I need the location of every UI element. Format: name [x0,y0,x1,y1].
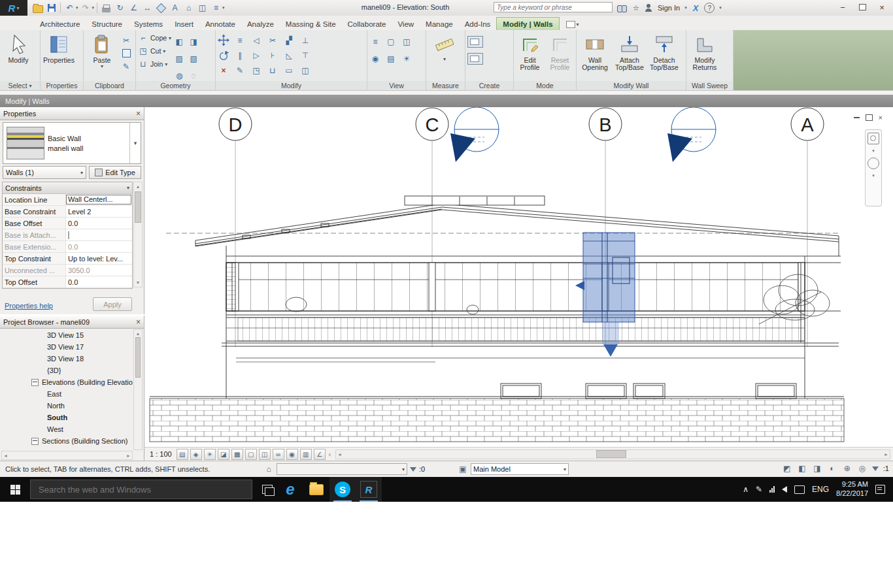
canvas-horizontal-scrollbar[interactable]: ◄ ► [335,449,890,459]
design-options-icon[interactable]: ▣ [458,464,468,474]
modify-button[interactable]: Modify [2,32,35,64]
sync-button[interactable]: ↻ [114,1,126,14]
tree-item-3d-default[interactable]: {3D} [1,365,133,376]
tray-chevron-icon[interactable]: ∧ [743,485,749,494]
element-filter-select[interactable]: Walls (1) ▾ [3,166,86,179]
pin-button[interactable]: ⊥ [299,35,311,46]
tab-systems[interactable]: Systems [128,18,169,30]
mirror-pick-axis-button[interactable]: ◁ [250,35,262,46]
brick-site-wall[interactable] [150,399,844,442]
wall-opening-button[interactable]: Wall Opening [579,32,611,72]
show-rendering-icon[interactable]: ▩ [231,449,243,460]
tab-architecture[interactable]: Architecture [34,18,86,30]
roof-clerestory[interactable] [405,196,545,205]
tab-modify-walls[interactable]: Modify | Walls [496,17,559,30]
cut-to-clipboard-icon[interactable]: ✂ [120,35,132,46]
viewbar-collapse-icon[interactable]: ‹ [329,451,331,458]
displace-elements-button[interactable]: ▤ [385,53,397,64]
design-option-select[interactable]: Main Model ▾ [471,463,569,475]
steering-wheel-icon[interactable] [868,133,879,144]
tree-item-south[interactable]: South [1,412,133,423]
section-button[interactable]: ◫ [196,1,209,14]
message-icon[interactable] [794,485,805,494]
thin-lines-button[interactable]: ≡ [210,1,222,14]
scrollbar-thumb[interactable] [135,337,141,378]
scale-button[interactable]: ◺ [283,50,295,61]
tab-manage[interactable]: Manage [420,18,459,30]
paint-button[interactable]: ◧ [173,36,185,47]
scroll-down-icon[interactable]: ▼ [134,278,142,287]
tree-item-3d-view-17[interactable]: 3D View 17 [1,341,133,353]
tree-item-3d-view-15[interactable]: 3D View 15 [1,329,133,341]
temporary-view-properties-icon[interactable]: ▥ [300,449,312,460]
tree-item-east[interactable]: East [1,388,133,400]
elevation-marker[interactable] [667,107,716,162]
visual-style-icon[interactable]: ◈ [190,449,202,460]
scroll-right-icon[interactable]: ► [884,452,888,457]
view-minimize-icon[interactable] [854,117,860,118]
properties-help-link[interactable]: Properties help [5,302,53,310]
type-selector[interactable]: Basic Wall maneli wall ▾ [3,122,141,164]
help-button[interactable]: ? [704,3,715,13]
favorites-star-icon[interactable]: ☆ [633,4,639,12]
properties-button[interactable]: Properties [42,32,75,64]
edit-profile-button[interactable]: Edit Profile [516,32,544,72]
signin-caret-icon[interactable]: ▾ [684,5,687,10]
restore-button[interactable] [852,0,872,14]
open-button[interactable] [31,1,44,14]
project-browser-close-icon[interactable]: × [136,318,141,327]
temporary-hide-isolate-icon[interactable]: ∞ [273,449,284,460]
join-elements-button[interactable]: ⊔ [267,65,278,76]
balcony-railing[interactable] [238,318,805,341]
exchange-apps-icon[interactable]: X [693,3,699,13]
tree-item-3d-view-18[interactable]: 3D View 18 [1,353,133,365]
selection-filter-icon[interactable] [872,466,879,471]
unpin-button[interactable]: ⊤ [299,50,311,61]
mirror-draw-axis-button[interactable]: ▷ [250,50,262,61]
property-row[interactable]: Top Offset 0.0 [3,276,132,288]
tab-collaborate[interactable]: Collaborate [342,18,392,30]
tree-group-elevations[interactable]: Elevations (Building Elevation [1,376,133,388]
create-parts-icon[interactable] [467,36,483,48]
grid-bubbles[interactable]: D C B A [219,108,824,140]
end-wall-louvers[interactable] [226,263,235,311]
default-3d-view-button[interactable]: ⌂ [182,1,195,14]
action-center-icon[interactable] [875,485,885,494]
scroll-up-icon[interactable]: ▲ [134,182,142,191]
demolish-button[interactable]: ◍ [173,70,185,81]
copy-to-clipboard-icon[interactable] [120,48,132,59]
property-row[interactable]: Location Line Wall Centerl... [3,194,132,206]
cut-profile-button[interactable]: ◳ [250,65,262,76]
linework-button[interactable]: ◉ [369,53,381,64]
tab-view[interactable]: View [392,18,420,30]
remove-paint-button[interactable]: ◨ [188,36,199,47]
align-button[interactable]: ≡ [234,35,246,46]
text-button[interactable]: A [169,1,181,14]
detach-top-base-button[interactable]: Detach Top/Base [648,32,681,72]
tree-item-west[interactable]: West [1,423,133,435]
select-links-icon[interactable]: ◩ [782,463,792,474]
shadows-icon[interactable]: ◪ [218,449,229,460]
edit-type-button[interactable]: Edit Type [89,166,141,179]
undo-button[interactable]: ↶ [63,1,76,14]
tab-massing-site[interactable]: Massing & Site [280,18,342,30]
scroll-left-icon[interactable]: ◄ [3,453,8,458]
properties-scrollbar[interactable]: ▲ ▼ [133,182,143,287]
help-caret-icon[interactable]: ▾ [719,5,722,10]
highlight-button[interactable]: ☀ [401,53,413,64]
measure-button[interactable]: ∠ [127,1,140,14]
offset-button[interactable]: ∥ [234,50,246,61]
ribbon-display-toggle[interactable]: ▾ [564,19,582,30]
hide-category-button[interactable]: ◫ [401,36,413,47]
qat-customize-caret-icon[interactable]: ▾ [222,5,225,10]
copy-button[interactable]: ▭ [283,65,295,76]
scrollbar-thumb[interactable] [135,191,141,223]
clock[interactable]: 9:25 AM 8/22/2017 [836,480,868,498]
property-row[interactable]: Unconnected ... 3050.0 [3,265,132,276]
wall-drag-arrow[interactable] [603,344,618,357]
upper-glazing[interactable] [226,263,805,311]
apply-button[interactable]: Apply [93,297,132,311]
wall-joins-button[interactable]: ▧ [188,53,199,64]
taskbar-edge-button[interactable]: e [277,477,303,502]
split-element-button[interactable]: ✂ [267,35,278,46]
